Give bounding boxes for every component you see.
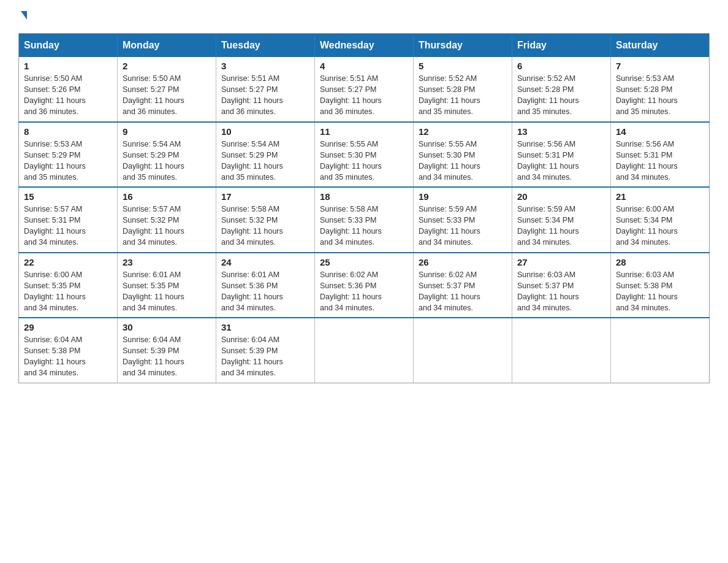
day-info: Sunrise: 5:58 AM Sunset: 5:33 PM Dayligh…	[320, 204, 408, 248]
day-number: 21	[616, 191, 704, 202]
day-number: 8	[24, 126, 112, 137]
logo	[18, 12, 27, 21]
day-info: Sunrise: 6:02 AM Sunset: 5:36 PM Dayligh…	[320, 269, 408, 314]
day-info: Sunrise: 5:56 AM Sunset: 5:31 PM Dayligh…	[517, 139, 605, 183]
day-number: 28	[616, 257, 704, 267]
day-number: 2	[123, 61, 211, 71]
calendar-cell: 9 Sunrise: 5:54 AM Sunset: 5:29 PM Dayli…	[118, 122, 216, 188]
day-number: 30	[123, 322, 211, 332]
calendar-cell: 26 Sunrise: 6:02 AM Sunset: 5:37 PM Dayl…	[414, 253, 512, 318]
day-number: 11	[320, 126, 408, 137]
calendar-cell	[512, 318, 611, 383]
day-info: Sunrise: 5:52 AM Sunset: 5:28 PM Dayligh…	[419, 73, 507, 118]
calendar-week-row: 8 Sunrise: 5:53 AM Sunset: 5:29 PM Dayli…	[19, 122, 710, 188]
page-header	[18, 12, 710, 21]
calendar-cell: 31 Sunrise: 6:04 AM Sunset: 5:39 PM Dayl…	[216, 318, 315, 383]
day-number: 5	[419, 61, 507, 71]
calendar-cell: 14 Sunrise: 5:56 AM Sunset: 5:31 PM Dayl…	[611, 122, 710, 188]
day-number: 29	[24, 322, 112, 332]
col-header-thursday: Thursday	[414, 34, 512, 58]
day-number: 24	[221, 257, 309, 267]
day-info: Sunrise: 6:01 AM Sunset: 5:35 PM Dayligh…	[123, 269, 211, 314]
day-number: 14	[616, 126, 704, 137]
day-number: 17	[221, 191, 309, 202]
day-number: 3	[221, 61, 309, 71]
day-info: Sunrise: 6:02 AM Sunset: 5:37 PM Dayligh…	[419, 269, 507, 314]
day-info: Sunrise: 5:58 AM Sunset: 5:32 PM Dayligh…	[221, 204, 309, 248]
calendar-cell: 29 Sunrise: 6:04 AM Sunset: 5:38 PM Dayl…	[19, 318, 118, 383]
calendar-cell: 23 Sunrise: 6:01 AM Sunset: 5:35 PM Dayl…	[118, 253, 216, 318]
calendar-week-row: 1 Sunrise: 5:50 AM Sunset: 5:26 PM Dayli…	[19, 57, 710, 122]
calendar-cell: 17 Sunrise: 5:58 AM Sunset: 5:32 PM Dayl…	[216, 187, 315, 253]
day-info: Sunrise: 5:53 AM Sunset: 5:29 PM Dayligh…	[24, 139, 112, 183]
day-number: 12	[419, 126, 507, 137]
col-header-saturday: Saturday	[611, 34, 710, 58]
day-number: 15	[24, 191, 112, 202]
day-info: Sunrise: 6:04 AM Sunset: 5:39 PM Dayligh…	[123, 334, 211, 379]
day-info: Sunrise: 6:03 AM Sunset: 5:38 PM Dayligh…	[616, 269, 704, 314]
col-header-sunday: Sunday	[19, 34, 118, 58]
calendar-cell: 30 Sunrise: 6:04 AM Sunset: 5:39 PM Dayl…	[118, 318, 216, 383]
day-number: 7	[616, 61, 704, 71]
day-number: 1	[24, 61, 112, 71]
col-header-friday: Friday	[512, 34, 611, 58]
day-number: 9	[123, 126, 211, 137]
calendar-cell: 7 Sunrise: 5:53 AM Sunset: 5:28 PM Dayli…	[611, 57, 710, 122]
col-header-monday: Monday	[118, 34, 216, 58]
calendar-cell: 12 Sunrise: 5:55 AM Sunset: 5:30 PM Dayl…	[414, 122, 512, 188]
calendar-week-row: 29 Sunrise: 6:04 AM Sunset: 5:38 PM Dayl…	[19, 318, 710, 383]
day-info: Sunrise: 5:55 AM Sunset: 5:30 PM Dayligh…	[419, 139, 507, 183]
day-info: Sunrise: 5:59 AM Sunset: 5:33 PM Dayligh…	[419, 204, 507, 248]
calendar-cell: 8 Sunrise: 5:53 AM Sunset: 5:29 PM Dayli…	[19, 122, 118, 188]
day-number: 25	[320, 257, 408, 267]
calendar-cell: 11 Sunrise: 5:55 AM Sunset: 5:30 PM Dayl…	[315, 122, 414, 188]
day-number: 22	[24, 257, 112, 267]
day-info: Sunrise: 6:03 AM Sunset: 5:37 PM Dayligh…	[517, 269, 605, 314]
calendar-cell: 3 Sunrise: 5:51 AM Sunset: 5:27 PM Dayli…	[216, 57, 315, 122]
day-info: Sunrise: 5:59 AM Sunset: 5:34 PM Dayligh…	[517, 204, 605, 248]
calendar-cell: 4 Sunrise: 5:51 AM Sunset: 5:27 PM Dayli…	[315, 57, 414, 122]
calendar-cell: 24 Sunrise: 6:01 AM Sunset: 5:36 PM Dayl…	[216, 253, 315, 318]
day-info: Sunrise: 5:50 AM Sunset: 5:26 PM Dayligh…	[24, 73, 112, 118]
day-info: Sunrise: 5:54 AM Sunset: 5:29 PM Dayligh…	[221, 139, 309, 183]
day-info: Sunrise: 6:04 AM Sunset: 5:39 PM Dayligh…	[221, 334, 309, 379]
day-info: Sunrise: 6:00 AM Sunset: 5:34 PM Dayligh…	[616, 204, 704, 248]
logo-triangle-icon	[21, 11, 27, 20]
calendar-header-row: SundayMondayTuesdayWednesdayThursdayFrid…	[19, 34, 710, 58]
day-number: 4	[320, 61, 408, 71]
calendar-cell: 22 Sunrise: 6:00 AM Sunset: 5:35 PM Dayl…	[19, 253, 118, 318]
calendar-week-row: 15 Sunrise: 5:57 AM Sunset: 5:31 PM Dayl…	[19, 187, 710, 253]
calendar-cell: 16 Sunrise: 5:57 AM Sunset: 5:32 PM Dayl…	[118, 187, 216, 253]
calendar-cell: 13 Sunrise: 5:56 AM Sunset: 5:31 PM Dayl…	[512, 122, 611, 188]
day-info: Sunrise: 5:50 AM Sunset: 5:27 PM Dayligh…	[123, 73, 211, 118]
col-header-tuesday: Tuesday	[216, 34, 315, 58]
calendar-cell	[414, 318, 512, 383]
day-number: 27	[517, 257, 605, 267]
day-info: Sunrise: 5:57 AM Sunset: 5:32 PM Dayligh…	[123, 204, 211, 248]
calendar-table: SundayMondayTuesdayWednesdayThursdayFrid…	[18, 33, 710, 383]
day-number: 20	[517, 191, 605, 202]
day-number: 13	[517, 126, 605, 137]
day-number: 19	[419, 191, 507, 202]
day-number: 26	[419, 257, 507, 267]
calendar-cell: 21 Sunrise: 6:00 AM Sunset: 5:34 PM Dayl…	[611, 187, 710, 253]
day-number: 16	[123, 191, 211, 202]
day-info: Sunrise: 5:56 AM Sunset: 5:31 PM Dayligh…	[616, 139, 704, 183]
day-info: Sunrise: 5:53 AM Sunset: 5:28 PM Dayligh…	[616, 73, 704, 118]
calendar-cell: 5 Sunrise: 5:52 AM Sunset: 5:28 PM Dayli…	[414, 57, 512, 122]
day-info: Sunrise: 5:51 AM Sunset: 5:27 PM Dayligh…	[221, 73, 309, 118]
day-info: Sunrise: 5:54 AM Sunset: 5:29 PM Dayligh…	[123, 139, 211, 183]
calendar-cell: 10 Sunrise: 5:54 AM Sunset: 5:29 PM Dayl…	[216, 122, 315, 188]
col-header-wednesday: Wednesday	[315, 34, 414, 58]
day-number: 23	[123, 257, 211, 267]
calendar-week-row: 22 Sunrise: 6:00 AM Sunset: 5:35 PM Dayl…	[19, 253, 710, 318]
calendar-cell	[315, 318, 414, 383]
day-number: 10	[221, 126, 309, 137]
day-info: Sunrise: 6:01 AM Sunset: 5:36 PM Dayligh…	[221, 269, 309, 314]
day-number: 18	[320, 191, 408, 202]
day-info: Sunrise: 5:57 AM Sunset: 5:31 PM Dayligh…	[24, 204, 112, 248]
calendar-cell: 25 Sunrise: 6:02 AM Sunset: 5:36 PM Dayl…	[315, 253, 414, 318]
calendar-cell: 1 Sunrise: 5:50 AM Sunset: 5:26 PM Dayli…	[19, 57, 118, 122]
day-info: Sunrise: 5:51 AM Sunset: 5:27 PM Dayligh…	[320, 73, 408, 118]
calendar-cell: 18 Sunrise: 5:58 AM Sunset: 5:33 PM Dayl…	[315, 187, 414, 253]
